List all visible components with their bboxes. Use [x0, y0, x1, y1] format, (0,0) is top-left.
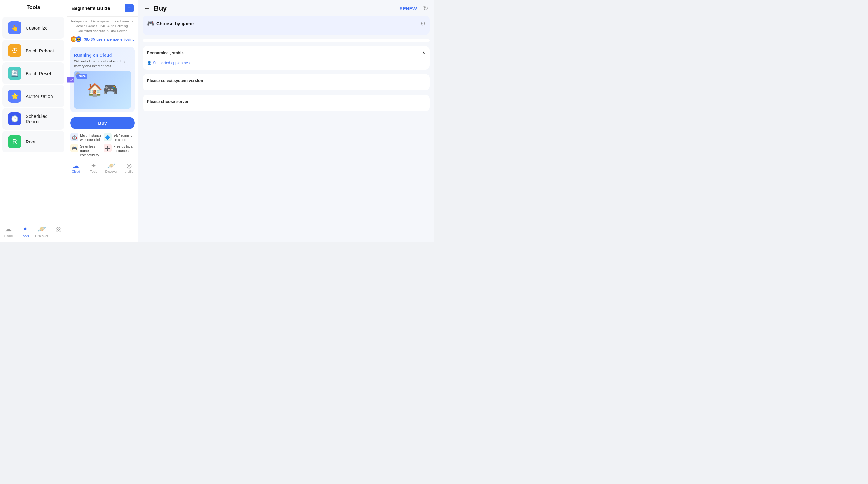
collapse-icon[interactable]: ∧ [422, 51, 425, 55]
feature-item-0: 🤖 Multi-Instance with one click [70, 133, 102, 142]
supported-icon: 👤 [147, 61, 152, 65]
feature-item-1: 🔷 24/7 running on cloud [103, 133, 135, 142]
left-nav-label-cloud: Cloud [4, 234, 13, 238]
user-avatars: 😊 😎 [70, 36, 82, 43]
choose-game-label: Choose by game [156, 21, 194, 26]
server-section: Please choose server [143, 95, 430, 111]
middle-nav-label-tools: Tools [90, 170, 97, 173]
tools-icon: ✦ [22, 225, 28, 233]
game-controller-icon: 🎮 [147, 20, 154, 27]
left-nav-tools[interactable]: ✦Tools [17, 224, 34, 239]
tool-icon-batch-reboot: ⏱ [8, 44, 21, 57]
left-nav-profile[interactable]: ◎ [50, 224, 67, 239]
buy-button-middle[interactable]: Buy [70, 117, 135, 129]
feature-icon-3: ➕ [103, 144, 112, 152]
tool-list: 👆 Customize ⏱ Batch Reboot 🔄 Batch Reset… [0, 14, 67, 221]
expand-icon[interactable]: ⊙ [421, 20, 425, 27]
left-nav-label-tools: Tools [21, 234, 29, 238]
left-nav-label-discover: Discover [35, 234, 49, 238]
cloud-icon: ☁ [5, 225, 12, 233]
middle-nav-profile[interactable]: ◎profile [120, 162, 138, 173]
tool-label-authorization: Authorization [26, 94, 53, 99]
middle-nav-discover[interactable]: 🪐Discover [103, 162, 120, 173]
feature-text-1: 24/7 running on cloud [114, 133, 135, 142]
tool-label-scheduled-reboot: Scheduled Reboot [26, 114, 59, 124]
tool-label-batch-reboot: Batch Reboot [26, 48, 54, 53]
right-panel: ← Buy RENEW ↻ 🎮 Choose by game ⊙ [138, 0, 434, 242]
users-count: 38.43M users are now enjoying [84, 37, 134, 41]
left-panel: Tools 👆 Customize ⏱ Batch Reboot 🔄 Batch… [0, 0, 67, 242]
tools-mid-icon: ✦ [91, 162, 96, 169]
users-count-text: 38.43M users are now enjoying [84, 37, 134, 41]
middle-nav-label-cloud: Cloud [72, 170, 80, 173]
banner-tag: 7X24 [76, 74, 87, 79]
back-button[interactable]: ← [144, 4, 151, 12]
feature-icon-2: 🎮 [70, 144, 78, 152]
specs-section: Economical, stable ∧ 👤 Supported app/gam… [143, 46, 430, 69]
tool-item-customize[interactable]: 👆 Customize [2, 17, 64, 39]
feature-icon-1: 🔷 [103, 133, 112, 141]
choose-game-section: 🎮 Choose by game ⊙ [143, 15, 430, 35]
middle-nav-tools[interactable]: ✦Tools [85, 162, 103, 173]
right-title: Buy [154, 4, 396, 12]
tool-label-customize: Customize [26, 25, 48, 31]
middle-nav-cloud[interactable]: ☁Cloud [67, 162, 85, 173]
guide-header: Beginner's Guide + [67, 0, 138, 17]
banner-card: Community Running on Cloud 24H auto farm… [70, 47, 135, 112]
banner-title: Running on Cloud [74, 53, 131, 58]
version-label: Please select system version [147, 78, 425, 83]
guide-add-button[interactable]: + [125, 4, 133, 12]
banner-game-image: 🏠🎮 [87, 82, 118, 97]
feature-icon-0: 🤖 [70, 133, 78, 141]
discover-mid-icon: 🪐 [107, 162, 115, 169]
tool-item-scheduled-reboot[interactable]: 🕐 Scheduled Reboot [2, 108, 64, 130]
banner-desc: 24H auto farming without needing battery… [74, 59, 131, 69]
features-grid: 🤖 Multi-Instance with one click 🔷 24/7 r… [67, 132, 138, 160]
tool-label-batch-reset: Batch Reset [26, 71, 51, 76]
version-section: Please select system version [143, 74, 430, 91]
left-nav-discover[interactable]: 🪐Discover [33, 224, 50, 239]
users-row: 😊 😎 38.43M users are now enjoying [67, 35, 138, 45]
cloud-mid-icon: ☁ [73, 162, 79, 169]
middle-nav-label-profile: profile [125, 170, 133, 173]
specs-label: Economical, stable ∧ [147, 51, 425, 55]
tool-item-batch-reboot[interactable]: ⏱ Batch Reboot [2, 40, 64, 61]
feature-text-0: Multi-Instance with one click [80, 133, 102, 142]
refresh-button[interactable]: ↻ [423, 5, 428, 12]
banner-image: ✕ 7X24 🏠🎮 [74, 71, 131, 108]
right-content: 🎮 Choose by game ⊙ Economical, stable ∧ [138, 15, 434, 120]
renew-button[interactable]: RENEW [399, 6, 417, 11]
feature-item-3: ➕ Free up local resources [103, 144, 135, 158]
tool-icon-customize: 👆 [8, 21, 21, 34]
left-nav-cloud[interactable]: ☁Cloud [0, 224, 17, 239]
middle-panel: Beginner's Guide + Independent Developme… [67, 0, 138, 242]
tools-title: Tools [0, 0, 67, 14]
tool-icon-scheduled-reboot: 🕐 [8, 112, 21, 125]
section-title: 🎮 Choose by game [147, 20, 194, 27]
tool-icon-batch-reset: 🔄 [8, 67, 21, 80]
feature-text-3: Free up local resources [114, 144, 135, 153]
economical-stable-label: Economical, stable [147, 51, 184, 55]
profile-mid-icon: ◎ [126, 162, 132, 169]
discover-icon: 🪐 [37, 225, 46, 233]
tool-item-root[interactable]: R Root [2, 131, 64, 153]
section-header: 🎮 Choose by game ⊙ [147, 20, 425, 27]
feature-text-2: Seamless game compatibility [80, 144, 102, 158]
right-header: ← Buy RENEW ↻ [138, 0, 434, 15]
tool-item-authorization[interactable]: ⭐ Authorization [2, 85, 64, 107]
avatar-2: 😎 [75, 36, 82, 43]
middle-bottom-nav: ☁Cloud✦Tools🪐Discover◎profile [67, 160, 138, 175]
profile-icon: ◎ [56, 225, 61, 233]
server-label: Please choose server [147, 99, 425, 104]
feature-item-2: 🎮 Seamless game compatibility [70, 144, 102, 158]
guide-title: Beginner's Guide [71, 6, 110, 11]
guide-subtitle: Independent Development | Exclusive for … [67, 17, 138, 35]
middle-nav-label-discover: Discover [105, 170, 117, 173]
vip-tabs [143, 39, 430, 42]
left-bottom-nav: ☁Cloud✦Tools🪐Discover◎ [0, 221, 67, 242]
supported-text: Supported app/games [153, 61, 190, 65]
tool-icon-authorization: ⭐ [8, 90, 21, 103]
tool-icon-root: R [8, 135, 21, 148]
supported-link[interactable]: 👤 Supported app/games [147, 61, 425, 65]
tool-item-batch-reset[interactable]: 🔄 Batch Reset [2, 62, 64, 84]
